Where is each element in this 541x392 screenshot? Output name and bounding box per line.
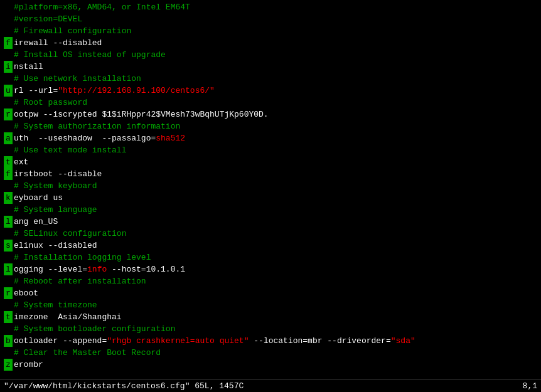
editor-line: #version=DEVEL — [4, 13, 537, 25]
line-text: # SELinux configuration — [14, 228, 126, 240]
line-text: # Firewall configuration — [14, 25, 131, 37]
editor-line: bootloader --append="rhgb crashkernel=au… — [4, 335, 537, 347]
line-text: # System bootloader configuration — [14, 323, 175, 335]
line-text: # Install OS instead of upgrade — [14, 49, 166, 61]
editor-line: #platform=x86, AMD64, or Intel EM64T — [4, 1, 537, 13]
editor-line: zerombr — [4, 359, 537, 371]
editor-line: # Reboot after installation — [4, 275, 537, 287]
line-cursor: r — [4, 109, 13, 120]
line-text: elinux --disabled — [14, 240, 97, 252]
line-text: irewall --disabled — [14, 37, 102, 49]
line-text: eyboard us — [14, 192, 63, 204]
line-text: # Use network installation — [14, 73, 141, 85]
line-text: info — [87, 263, 107, 275]
editor-line: text — [4, 156, 537, 168]
line-text: "http://192.168.91.100/centos6/" — [58, 85, 215, 97]
line-text: irstboot --disable — [14, 168, 102, 180]
editor-line: # SELinux configuration — [4, 228, 537, 240]
editor-line: firewall --disabled — [4, 37, 537, 49]
editor-line: # Clear the Master Boot Record — [4, 347, 537, 359]
editor-line: # Use network installation — [4, 73, 537, 85]
line-text: #version=DEVEL — [14, 13, 82, 25]
editor-line: # System authorization information — [4, 120, 537, 132]
line-cursor: s — [4, 240, 13, 252]
editor-line: # System timezone — [4, 299, 537, 311]
editor-line: # Installation logging level — [4, 252, 537, 263]
line-text: # Use text mode install — [14, 144, 126, 156]
line-cursor: b — [4, 335, 13, 347]
editor: #platform=x86, AMD64, or Intel EM64T#ver… — [0, 0, 541, 379]
line-cursor: i — [4, 61, 13, 73]
editor-line: # Firewall configuration — [4, 25, 537, 37]
line-text: imezone Asia/Shanghai — [14, 311, 122, 323]
line-cursor: k — [4, 192, 13, 204]
line-text: --host=10.1.0.1 — [107, 263, 185, 275]
line-text: # System authorization information — [14, 120, 180, 132]
editor-line: lang en_US — [4, 216, 537, 228]
editor-line: # System bootloader configuration — [4, 323, 537, 335]
editor-line: install — [4, 61, 537, 73]
line-text: rl --url= — [14, 85, 58, 97]
editor-line: selinux --disabled — [4, 240, 537, 252]
editor-line: rootpw --iscrypted $1$iRHppr42$VMesh73wB… — [4, 109, 537, 120]
editor-line: # System language — [4, 204, 537, 216]
line-text: ootpw --iscrypted $1$iRHppr42$VMesh73wBq… — [14, 109, 269, 120]
line-cursor: f — [4, 168, 13, 180]
editor-line: reboot — [4, 287, 537, 299]
editor-line: url --url="http://192.168.91.100/centos6… — [4, 85, 537, 97]
line-text: sha512 — [156, 132, 185, 144]
line-cursor: t — [4, 311, 13, 323]
line-text: # System timezone — [14, 299, 97, 311]
line-cursor: l — [4, 216, 13, 228]
editor-line: auth --useshadow --passalgo=sha512 — [4, 132, 537, 144]
line-cursor: t — [4, 156, 13, 168]
editor-line: # Use text mode install — [4, 144, 537, 156]
line-text: #platform=x86, AMD64, or Intel EM64T — [14, 1, 190, 13]
line-text: eboot — [14, 287, 38, 299]
line-text: "sda" — [391, 335, 415, 347]
statusbar: "/var/www/html/kickstarts/centos6.cfg" 6… — [0, 379, 541, 392]
line-text: # Reboot after installation — [14, 275, 146, 287]
line-cursor: f — [4, 37, 13, 49]
line-text: ang en_US — [14, 216, 58, 228]
editor-line: # Install OS instead of upgrade — [4, 49, 537, 61]
line-text: # System keyboard — [14, 180, 97, 192]
status-left: "/var/www/html/kickstarts/centos6.cfg" 6… — [4, 381, 244, 391]
editor-line: logging --level=info --host=10.1.0.1 — [4, 263, 537, 275]
line-cursor: r — [4, 287, 13, 299]
editor-line: keyboard us — [4, 192, 537, 204]
line-cursor: z — [4, 359, 13, 371]
line-cursor: l — [4, 263, 13, 275]
editor-line: # Root password — [4, 97, 537, 109]
line-text: erombr — [14, 359, 43, 371]
line-cursor: a — [4, 132, 13, 144]
editor-line: # System keyboard — [4, 180, 537, 192]
line-text: ext — [14, 156, 28, 168]
line-text: # Clear the Master Boot Record — [14, 347, 161, 359]
line-text: # System language — [14, 204, 97, 216]
line-text: nstall — [14, 61, 43, 73]
editor-line: timezone Asia/Shanghai — [4, 311, 537, 323]
editor-line: firstboot --disable — [4, 168, 537, 180]
line-text: ogging --level= — [14, 263, 87, 275]
line-cursor: u — [4, 85, 13, 97]
line-text: # Installation logging level — [14, 252, 151, 263]
status-right: 8,1 — [523, 381, 537, 391]
line-text: ootloader --append= — [14, 335, 107, 347]
line-text: --location=mbr --driveorder= — [249, 335, 390, 347]
line-text: "rhgb crashkernel=auto quiet" — [107, 335, 249, 347]
line-text: # Root password — [14, 97, 87, 109]
line-text: uth --useshadow --passalgo= — [14, 132, 156, 144]
